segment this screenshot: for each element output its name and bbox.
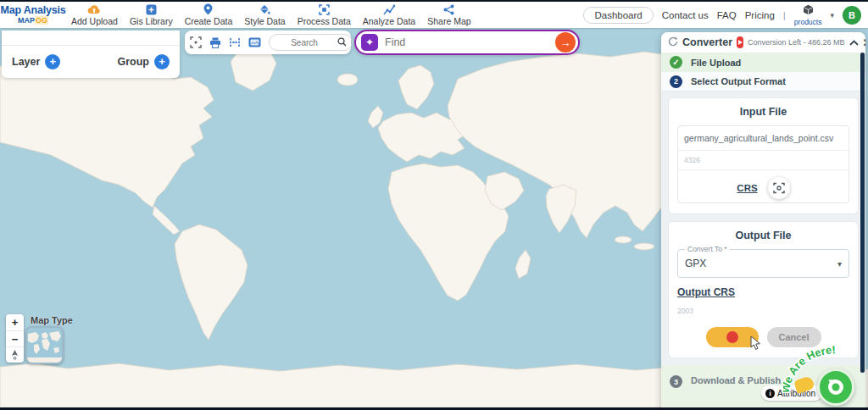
convert-button[interactable]	[706, 327, 759, 347]
loading-spinner-icon	[726, 331, 738, 343]
map-type-label: Map Type	[31, 315, 73, 325]
layer-group-row: Layer + Group +	[2, 46, 180, 77]
action-buttons: Cancel	[677, 327, 849, 347]
library-plus-icon	[146, 4, 157, 15]
layer-panel: Layer + Group +	[2, 30, 180, 78]
step-number: 2	[670, 75, 682, 88]
logo-subtitle: MAPOG	[0, 17, 66, 25]
chat-widget-button[interactable]	[817, 368, 854, 406]
search-icon[interactable]	[337, 35, 347, 50]
convert-to-value: GPX	[685, 258, 706, 269]
step-done-check-icon: ✓	[670, 56, 682, 69]
output-crs-link[interactable]: Output CRS	[677, 286, 849, 298]
find-submit-button[interactable]: →	[555, 32, 576, 53]
top-edge-bar	[0, 0, 868, 2]
panel-scrollbar[interactable]	[860, 53, 865, 373]
menu-add-upload[interactable]: Add Upload	[71, 4, 118, 26]
menu-label: Gis Library	[130, 16, 173, 26]
contact-us-link[interactable]: Contact us	[662, 10, 709, 20]
layer-label: Layer	[12, 56, 40, 68]
menu-analyze-data[interactable]: Analyze Data	[363, 4, 415, 26]
menu-label: Style Data	[244, 16, 285, 26]
output-file-card: Output File Convert To * GPX ▾ Output CR…	[668, 221, 859, 358]
menu-process-data[interactable]: Process Data	[298, 4, 351, 26]
search-input[interactable]	[275, 38, 334, 47]
nav-separator: |	[783, 10, 786, 20]
extent-focus-icon[interactable]	[190, 36, 202, 49]
products-label: products	[794, 19, 822, 26]
compass-tilt-button[interactable]	[6, 346, 24, 363]
map-toolbar	[185, 30, 351, 54]
navbar-right: Dashboard Contact us FAQ Pricing | produ…	[583, 4, 868, 26]
analyze-icon	[383, 4, 395, 15]
menu-label: Share Map	[427, 16, 470, 26]
app-stage: Map Analysis MAPOG Add Upload Gis Librar…	[0, 0, 868, 410]
collapse-icon[interactable]	[849, 40, 859, 46]
converter-body: Input File germany_agricultural_lands_po…	[661, 91, 865, 365]
crs-row: CRS	[678, 170, 849, 202]
output-crs-code: 2003	[677, 307, 849, 315]
ai-find-icon[interactable]: ✦	[361, 34, 378, 51]
crs-scan-button[interactable]	[768, 177, 790, 199]
info-icon: i	[765, 389, 775, 398]
step-label: Download & Publish	[691, 375, 781, 385]
menu-gis-library[interactable]: Gis Library	[130, 4, 173, 26]
zoom-out-button[interactable]: −	[6, 330, 24, 346]
cloud-upload-icon	[87, 4, 101, 15]
share-icon	[443, 4, 454, 15]
chevron-down-icon[interactable]: ▾	[830, 11, 834, 19]
step-select-output-format[interactable]: 2 Select Output Format	[661, 72, 865, 91]
pricing-link[interactable]: Pricing	[745, 10, 775, 20]
products-menu[interactable]: products	[794, 4, 822, 26]
main-menu: Add Upload Gis Library Create Data Style…	[71, 3, 471, 26]
screenshot-icon[interactable]	[248, 36, 261, 49]
select-caret-icon: ▾	[837, 259, 842, 269]
add-group-button[interactable]: +	[154, 54, 170, 69]
refresh-icon[interactable]	[668, 35, 678, 50]
youtube-icon[interactable]	[737, 36, 743, 48]
dashboard-button[interactable]: Dashboard	[583, 7, 653, 24]
map-type-thumbnail[interactable]	[25, 326, 64, 364]
cancel-button[interactable]: Cancel	[767, 327, 821, 347]
chat-bubble-icon	[826, 378, 845, 396]
layer-panel-header	[2, 30, 180, 46]
layer-control: Layer +	[12, 54, 60, 69]
find-bar[interactable]: ✦ →	[354, 30, 580, 55]
print-icon[interactable]	[209, 36, 221, 49]
step-label: File Upload	[691, 58, 741, 68]
zoom-controls: + −	[6, 314, 24, 363]
avatar[interactable]: B	[843, 6, 861, 25]
group-label: Group	[118, 56, 150, 68]
converter-header: Converter Conversion Left - 486.26 MB ✕	[661, 32, 865, 53]
input-crs-code: 4326	[678, 151, 849, 170]
step-file-upload[interactable]: ✓ File Upload	[661, 53, 865, 72]
add-layer-button[interactable]: +	[45, 54, 60, 69]
group-control: Group +	[118, 54, 170, 69]
input-file-title: Input File	[677, 106, 849, 118]
input-filename: germany_agricultural_lands_point.csv	[678, 126, 849, 151]
app-logo[interactable]: Map Analysis MAPOG	[0, 5, 66, 25]
menu-label: Create Data	[185, 16, 233, 26]
map-pin-icon	[203, 3, 213, 15]
selection-icon	[319, 4, 330, 15]
attribution-button[interactable]: i Attribution	[761, 385, 822, 401]
step-label: Select Output Format	[691, 76, 786, 86]
convert-to-label: Convert To *	[685, 245, 730, 253]
crs-link[interactable]: CRS	[737, 183, 757, 193]
search-box[interactable]	[269, 34, 353, 51]
find-input[interactable]	[385, 36, 555, 48]
close-icon[interactable]: ✕	[863, 36, 865, 49]
input-file-card: Input File germany_agricultural_lands_po…	[668, 97, 859, 214]
menu-create-data[interactable]: Create Data	[185, 3, 233, 26]
convert-to-select[interactable]: Convert To * GPX ▾	[677, 249, 849, 278]
menu-share-map[interactable]: Share Map	[427, 4, 470, 26]
logo-title: Map Analysis	[0, 5, 66, 16]
zoom-in-button[interactable]: +	[6, 314, 24, 330]
converter-title: Converter	[682, 36, 732, 48]
faq-link[interactable]: FAQ	[717, 10, 737, 20]
menu-label: Add Upload	[71, 16, 118, 26]
paint-icon	[259, 4, 270, 15]
menu-style-data[interactable]: Style Data	[244, 4, 285, 26]
measure-icon[interactable]	[229, 36, 241, 49]
menu-label: Process Data	[298, 16, 351, 26]
